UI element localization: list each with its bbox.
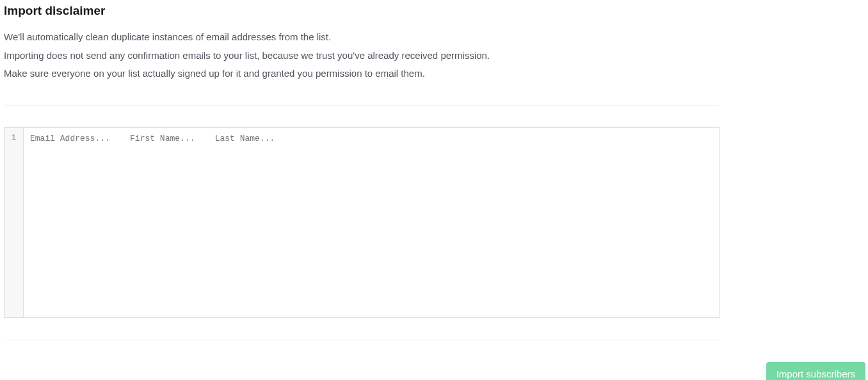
import-editor: 1: [4, 127, 719, 318]
line-number: 1: [4, 133, 23, 143]
page-heading: Import disclaimer: [4, 4, 864, 18]
editor-gutter: 1: [4, 128, 24, 317]
disclaimer-line-3: Make sure everyone on your list actually…: [4, 65, 864, 83]
import-textarea[interactable]: [24, 128, 719, 317]
divider-bottom: [4, 340, 719, 340]
disclaimer-line-1: We'll automatically clean duplicate inst…: [4, 28, 864, 47]
action-row: Import subscribers: [4, 362, 865, 381]
divider-top: [4, 105, 719, 106]
import-subscribers-button[interactable]: Import subscribers: [766, 362, 865, 381]
disclaimer-line-2: Importing does not send any confirmation…: [4, 47, 864, 65]
